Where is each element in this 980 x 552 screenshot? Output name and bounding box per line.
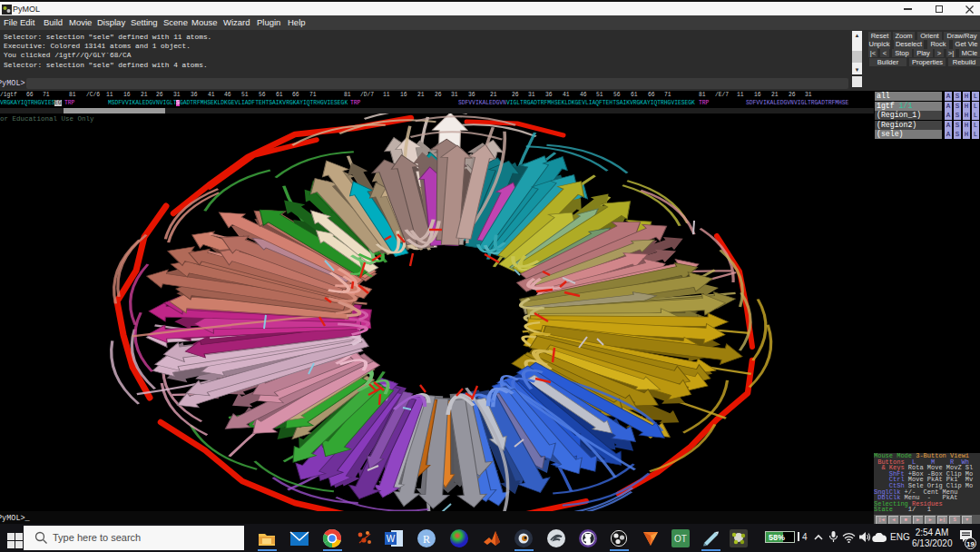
svg-text:R: R xyxy=(423,533,430,546)
svg-text:W: W xyxy=(387,534,396,544)
svg-text:OT: OT xyxy=(674,534,687,544)
